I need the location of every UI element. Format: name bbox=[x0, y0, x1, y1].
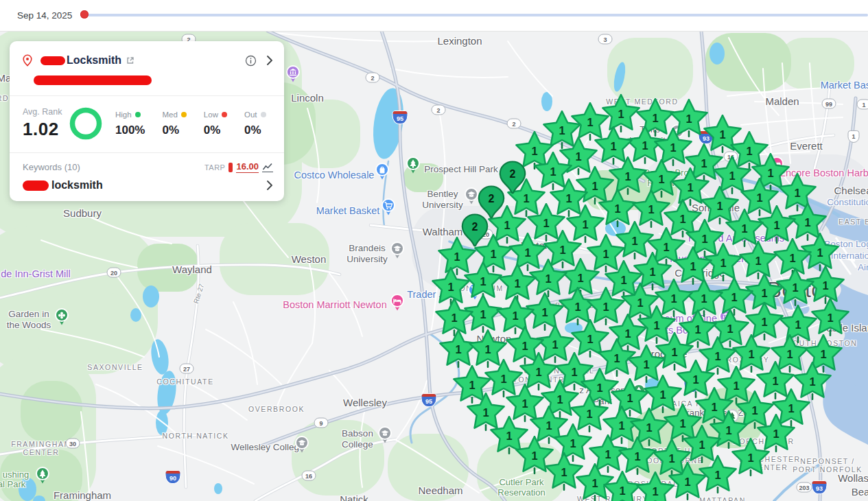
legend-item: High100% bbox=[115, 110, 145, 137]
svg-text:1: 1 bbox=[792, 281, 798, 294]
svg-text:1: 1 bbox=[556, 393, 563, 406]
keywords-label: Keywords (10) bbox=[23, 162, 80, 172]
expand-chevron-icon[interactable] bbox=[266, 55, 273, 66]
map-label: Lincoln bbox=[291, 92, 324, 104]
map-label: Lexington bbox=[437, 35, 482, 47]
svg-text:1: 1 bbox=[559, 124, 565, 136]
flower-poi-icon bbox=[54, 307, 70, 329]
map-label: Garden in the Woods bbox=[7, 309, 51, 331]
svg-text:1: 1 bbox=[546, 419, 552, 431]
tree-poi-icon bbox=[405, 156, 421, 177]
svg-text:1: 1 bbox=[583, 218, 589, 231]
svg-text:1: 1 bbox=[642, 139, 648, 151]
route-shield: 1 bbox=[857, 100, 868, 110]
rank-marker-star[interactable]: 1 bbox=[634, 471, 677, 501]
svg-text:1: 1 bbox=[480, 275, 486, 287]
bag-poi-icon bbox=[374, 162, 390, 183]
map-label: Beach bbox=[852, 486, 868, 498]
tarp-value[interactable]: 16.00 bbox=[236, 161, 259, 173]
info-icon[interactable] bbox=[245, 55, 257, 67]
map-label: Natick bbox=[340, 493, 368, 501]
svg-text:1: 1 bbox=[748, 348, 754, 360]
svg-text:1: 1 bbox=[716, 199, 723, 211]
trend-chart-icon[interactable] bbox=[262, 163, 273, 172]
svg-text:1: 1 bbox=[603, 248, 609, 260]
map-label: FRAMINGHAM CENTER bbox=[11, 440, 71, 457]
grad-poi-icon bbox=[294, 435, 310, 456]
svg-text:1: 1 bbox=[789, 251, 795, 264]
svg-text:1: 1 bbox=[574, 301, 580, 313]
business-name[interactable]: Locksmith bbox=[67, 54, 121, 67]
map-label: Boston Marriott Newton bbox=[283, 299, 387, 311]
museum-poi-icon bbox=[285, 65, 301, 86]
keyword-chevron-icon[interactable] bbox=[266, 180, 273, 191]
svg-text:1: 1 bbox=[786, 347, 793, 360]
svg-text:1: 1 bbox=[531, 450, 537, 462]
svg-text:1: 1 bbox=[535, 365, 541, 377]
map-label: Prospect Hill Park bbox=[424, 164, 497, 175]
svg-text:1: 1 bbox=[469, 378, 475, 391]
svg-text:1: 1 bbox=[624, 170, 631, 182]
svg-text:1: 1 bbox=[566, 191, 572, 204]
svg-text:1: 1 bbox=[690, 260, 696, 272]
route-shield: 203 bbox=[796, 482, 812, 493]
map-label: Wellesley bbox=[343, 397, 387, 409]
route-shield: 20 bbox=[107, 268, 121, 278]
svg-text:1: 1 bbox=[659, 388, 666, 400]
rank-marker-pin[interactable]: 2 bbox=[459, 213, 491, 251]
svg-text:1: 1 bbox=[692, 373, 699, 386]
svg-text:1: 1 bbox=[795, 318, 801, 330]
keyword-row[interactable]: locksmith bbox=[23, 179, 273, 191]
svg-text:1: 1 bbox=[768, 166, 774, 178]
svg-text:1: 1 bbox=[762, 286, 768, 299]
svg-text:1: 1 bbox=[586, 407, 592, 419]
timeline-slider-track[interactable] bbox=[84, 14, 868, 16]
svg-text:1: 1 bbox=[480, 308, 486, 321]
legend-item: Out0% bbox=[244, 110, 266, 137]
svg-text:1: 1 bbox=[506, 429, 513, 441]
timeline-bar: Sep 14, 2025 bbox=[0, 0, 868, 32]
svg-text:1: 1 bbox=[720, 257, 726, 269]
route-shield: 1 bbox=[848, 130, 860, 143]
map-label: Market Basket bbox=[821, 80, 868, 91]
map-label: Bentley University bbox=[422, 189, 462, 211]
map-label: SAXONVILLE bbox=[87, 363, 143, 371]
svg-text:1: 1 bbox=[614, 202, 620, 215]
svg-text:1: 1 bbox=[653, 319, 659, 331]
svg-text:1: 1 bbox=[610, 139, 616, 152]
map-label: Babson College bbox=[342, 428, 373, 450]
route-shield: 30 bbox=[66, 439, 80, 449]
svg-text:1: 1 bbox=[659, 172, 665, 185]
svg-text:1: 1 bbox=[561, 465, 567, 478]
svg-text:1: 1 bbox=[634, 450, 640, 462]
svg-text:1: 1 bbox=[827, 312, 833, 324]
map-label: Sudbury bbox=[63, 207, 102, 220]
avg-rank-value: 1.02 bbox=[23, 119, 68, 140]
route-shield: 9 bbox=[314, 418, 329, 428]
map-label: NORTH NATICK bbox=[163, 432, 229, 440]
svg-text:1: 1 bbox=[484, 342, 491, 355]
svg-text:1: 1 bbox=[822, 279, 828, 291]
timeline-slider-handle[interactable] bbox=[80, 10, 89, 19]
svg-text:2: 2 bbox=[509, 168, 515, 180]
tree-poi-icon bbox=[34, 466, 51, 487]
svg-text:1: 1 bbox=[512, 309, 518, 321]
svg-text:1: 1 bbox=[618, 419, 624, 432]
external-link-icon[interactable] bbox=[126, 56, 135, 65]
app: LexingtonLincolnMaldenEverettChelseaSudb… bbox=[0, 0, 868, 501]
route-shield: 27 bbox=[180, 364, 194, 374]
svg-text:1: 1 bbox=[525, 246, 531, 258]
legend-item: Med0% bbox=[162, 110, 186, 137]
svg-text:1: 1 bbox=[631, 234, 637, 246]
svg-text:1: 1 bbox=[515, 277, 521, 290]
svg-text:1: 1 bbox=[550, 165, 556, 178]
svg-text:1: 1 bbox=[773, 427, 779, 439]
svg-text:2: 2 bbox=[488, 193, 494, 205]
svg-text:1: 1 bbox=[664, 241, 670, 253]
map-label: Chelsea bbox=[834, 185, 868, 197]
svg-text:1: 1 bbox=[686, 113, 692, 125]
business-card: Locksmith Avg. Rank bbox=[10, 41, 284, 201]
svg-text:1: 1 bbox=[575, 150, 581, 162]
svg-text:1: 1 bbox=[725, 424, 731, 436]
svg-text:1: 1 bbox=[685, 475, 691, 487]
